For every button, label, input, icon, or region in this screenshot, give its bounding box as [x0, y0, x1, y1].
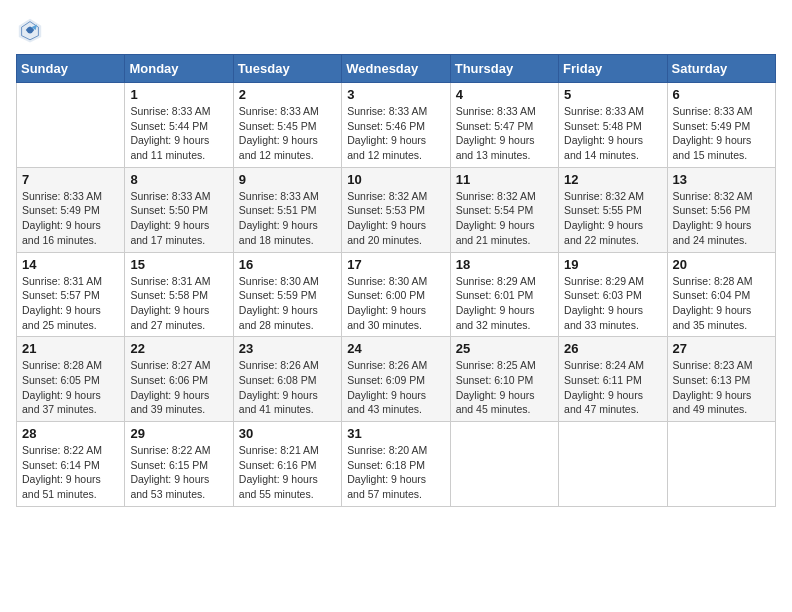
sunset-text: Sunset: 5:54 PM: [456, 204, 534, 216]
daylight-text: Daylight: 9 hours and 21 minutes.: [456, 219, 535, 246]
day-info: Sunrise: 8:27 AM Sunset: 6:06 PM Dayligh…: [130, 358, 227, 417]
daylight-text: Daylight: 9 hours and 43 minutes.: [347, 389, 426, 416]
calendar-day-header: Friday: [559, 55, 667, 83]
sunrise-text: Sunrise: 8:31 AM: [130, 275, 210, 287]
calendar-day-cell: 16 Sunrise: 8:30 AM Sunset: 5:59 PM Dayl…: [233, 252, 341, 337]
daylight-text: Daylight: 9 hours and 35 minutes.: [673, 304, 752, 331]
calendar-day-cell: 22 Sunrise: 8:27 AM Sunset: 6:06 PM Dayl…: [125, 337, 233, 422]
daylight-text: Daylight: 9 hours and 16 minutes.: [22, 219, 101, 246]
calendar-day-cell: 2 Sunrise: 8:33 AM Sunset: 5:45 PM Dayli…: [233, 83, 341, 168]
day-number: 25: [456, 341, 553, 356]
day-number: 2: [239, 87, 336, 102]
sunset-text: Sunset: 6:06 PM: [130, 374, 208, 386]
sunset-text: Sunset: 5:58 PM: [130, 289, 208, 301]
sunrise-text: Sunrise: 8:33 AM: [22, 190, 102, 202]
sunset-text: Sunset: 5:47 PM: [456, 120, 534, 132]
sunrise-text: Sunrise: 8:29 AM: [456, 275, 536, 287]
sunrise-text: Sunrise: 8:33 AM: [673, 105, 753, 117]
sunrise-text: Sunrise: 8:28 AM: [22, 359, 102, 371]
sunrise-text: Sunrise: 8:32 AM: [456, 190, 536, 202]
calendar-day-header: Sunday: [17, 55, 125, 83]
daylight-text: Daylight: 9 hours and 53 minutes.: [130, 473, 209, 500]
sunrise-text: Sunrise: 8:33 AM: [564, 105, 644, 117]
sunrise-text: Sunrise: 8:33 AM: [130, 105, 210, 117]
day-number: 22: [130, 341, 227, 356]
daylight-text: Daylight: 9 hours and 14 minutes.: [564, 134, 643, 161]
calendar-day-cell: 1 Sunrise: 8:33 AM Sunset: 5:44 PM Dayli…: [125, 83, 233, 168]
page-header: [16, 16, 776, 44]
daylight-text: Daylight: 9 hours and 55 minutes.: [239, 473, 318, 500]
day-info: Sunrise: 8:33 AM Sunset: 5:50 PM Dayligh…: [130, 189, 227, 248]
sunrise-text: Sunrise: 8:33 AM: [239, 190, 319, 202]
day-number: 29: [130, 426, 227, 441]
day-number: 15: [130, 257, 227, 272]
calendar-day-cell: 20 Sunrise: 8:28 AM Sunset: 6:04 PM Dayl…: [667, 252, 775, 337]
day-number: 14: [22, 257, 119, 272]
daylight-text: Daylight: 9 hours and 18 minutes.: [239, 219, 318, 246]
sunrise-text: Sunrise: 8:21 AM: [239, 444, 319, 456]
day-number: 7: [22, 172, 119, 187]
sunset-text: Sunset: 5:57 PM: [22, 289, 100, 301]
calendar-day-cell: 11 Sunrise: 8:32 AM Sunset: 5:54 PM Dayl…: [450, 167, 558, 252]
sunrise-text: Sunrise: 8:25 AM: [456, 359, 536, 371]
daylight-text: Daylight: 9 hours and 30 minutes.: [347, 304, 426, 331]
calendar-day-header: Thursday: [450, 55, 558, 83]
sunrise-text: Sunrise: 8:33 AM: [239, 105, 319, 117]
calendar-table: SundayMondayTuesdayWednesdayThursdayFrid…: [16, 54, 776, 507]
day-number: 28: [22, 426, 119, 441]
sunrise-text: Sunrise: 8:28 AM: [673, 275, 753, 287]
day-number: 31: [347, 426, 444, 441]
daylight-text: Daylight: 9 hours and 47 minutes.: [564, 389, 643, 416]
day-number: 4: [456, 87, 553, 102]
calendar-day-cell: 21 Sunrise: 8:28 AM Sunset: 6:05 PM Dayl…: [17, 337, 125, 422]
sunrise-text: Sunrise: 8:27 AM: [130, 359, 210, 371]
calendar-day-cell: 23 Sunrise: 8:26 AM Sunset: 6:08 PM Dayl…: [233, 337, 341, 422]
daylight-text: Daylight: 9 hours and 12 minutes.: [347, 134, 426, 161]
sunrise-text: Sunrise: 8:32 AM: [347, 190, 427, 202]
calendar-day-cell: 4 Sunrise: 8:33 AM Sunset: 5:47 PM Dayli…: [450, 83, 558, 168]
calendar-day-cell: 18 Sunrise: 8:29 AM Sunset: 6:01 PM Dayl…: [450, 252, 558, 337]
calendar-day-cell: [17, 83, 125, 168]
sunrise-text: Sunrise: 8:22 AM: [22, 444, 102, 456]
daylight-text: Daylight: 9 hours and 45 minutes.: [456, 389, 535, 416]
day-number: 18: [456, 257, 553, 272]
daylight-text: Daylight: 9 hours and 51 minutes.: [22, 473, 101, 500]
daylight-text: Daylight: 9 hours and 24 minutes.: [673, 219, 752, 246]
day-number: 9: [239, 172, 336, 187]
daylight-text: Daylight: 9 hours and 12 minutes.: [239, 134, 318, 161]
calendar-day-cell: 30 Sunrise: 8:21 AM Sunset: 6:16 PM Dayl…: [233, 422, 341, 507]
sunrise-text: Sunrise: 8:29 AM: [564, 275, 644, 287]
day-number: 17: [347, 257, 444, 272]
sunset-text: Sunset: 5:49 PM: [673, 120, 751, 132]
day-number: 23: [239, 341, 336, 356]
day-info: Sunrise: 8:32 AM Sunset: 5:55 PM Dayligh…: [564, 189, 661, 248]
sunrise-text: Sunrise: 8:32 AM: [564, 190, 644, 202]
day-info: Sunrise: 8:22 AM Sunset: 6:15 PM Dayligh…: [130, 443, 227, 502]
sunrise-text: Sunrise: 8:26 AM: [239, 359, 319, 371]
day-info: Sunrise: 8:24 AM Sunset: 6:11 PM Dayligh…: [564, 358, 661, 417]
sunset-text: Sunset: 6:11 PM: [564, 374, 642, 386]
daylight-text: Daylight: 9 hours and 32 minutes.: [456, 304, 535, 331]
calendar-day-cell: 31 Sunrise: 8:20 AM Sunset: 6:18 PM Dayl…: [342, 422, 450, 507]
calendar-day-cell: 5 Sunrise: 8:33 AM Sunset: 5:48 PM Dayli…: [559, 83, 667, 168]
day-number: 12: [564, 172, 661, 187]
sunset-text: Sunset: 5:48 PM: [564, 120, 642, 132]
calendar-day-cell: 29 Sunrise: 8:22 AM Sunset: 6:15 PM Dayl…: [125, 422, 233, 507]
day-info: Sunrise: 8:22 AM Sunset: 6:14 PM Dayligh…: [22, 443, 119, 502]
calendar-day-cell: 25 Sunrise: 8:25 AM Sunset: 6:10 PM Dayl…: [450, 337, 558, 422]
calendar-week-row: 7 Sunrise: 8:33 AM Sunset: 5:49 PM Dayli…: [17, 167, 776, 252]
calendar-day-cell: [559, 422, 667, 507]
daylight-text: Daylight: 9 hours and 49 minutes.: [673, 389, 752, 416]
logo: [16, 16, 48, 44]
sunrise-text: Sunrise: 8:22 AM: [130, 444, 210, 456]
calendar-day-cell: 13 Sunrise: 8:32 AM Sunset: 5:56 PM Dayl…: [667, 167, 775, 252]
sunset-text: Sunset: 6:13 PM: [673, 374, 751, 386]
sunset-text: Sunset: 6:03 PM: [564, 289, 642, 301]
calendar-week-row: 21 Sunrise: 8:28 AM Sunset: 6:05 PM Dayl…: [17, 337, 776, 422]
daylight-text: Daylight: 9 hours and 28 minutes.: [239, 304, 318, 331]
day-number: 27: [673, 341, 770, 356]
sunset-text: Sunset: 6:00 PM: [347, 289, 425, 301]
daylight-text: Daylight: 9 hours and 22 minutes.: [564, 219, 643, 246]
day-info: Sunrise: 8:30 AM Sunset: 6:00 PM Dayligh…: [347, 274, 444, 333]
day-number: 5: [564, 87, 661, 102]
